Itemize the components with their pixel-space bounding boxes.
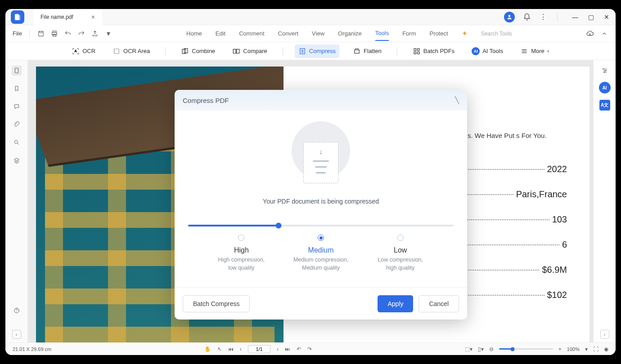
svg-rect-11	[234, 49, 236, 53]
redo-icon[interactable]	[77, 30, 86, 38]
maximize-icon[interactable]: ▢	[588, 13, 594, 21]
ai-tools-button[interactable]: AI AI Tools	[468, 44, 507, 58]
menu-protect[interactable]: Protect	[430, 27, 448, 40]
zoom-level: 100%	[567, 346, 580, 352]
svg-rect-6	[53, 34, 56, 36]
first-page-icon[interactable]: ⏮	[228, 346, 234, 352]
radio-medium[interactable]	[318, 235, 324, 241]
file-menu[interactable]: File	[13, 30, 22, 37]
menu-edit[interactable]: Edit	[216, 27, 225, 40]
fullscreen-icon[interactable]: ⛶	[593, 346, 598, 352]
zoom-out-icon[interactable]: ⊖	[489, 346, 494, 352]
option-low-desc: Low compression, high quality	[360, 256, 440, 272]
collapse-ribbon-icon[interactable]	[600, 30, 608, 38]
undo-icon[interactable]	[64, 30, 72, 38]
combine-button[interactable]: Combine	[177, 44, 219, 58]
lightbulb-icon: ✦	[462, 29, 468, 38]
batch-pdfs-button[interactable]: Batch PDFs	[409, 44, 458, 58]
menu-convert[interactable]: Convert	[278, 27, 299, 40]
tab-title: File name.pdf	[40, 14, 73, 20]
menu-form[interactable]: Form	[402, 27, 416, 40]
app-logo[interactable]	[11, 10, 24, 24]
compress-button[interactable]: Compress	[295, 44, 339, 58]
ocr-button[interactable]: A OCR	[68, 44, 99, 58]
fit-page-icon[interactable]: ▯▾	[478, 346, 484, 352]
compare-button[interactable]: Compare	[229, 44, 270, 58]
bell-icon[interactable]	[523, 13, 531, 21]
user-avatar[interactable]	[504, 12, 515, 22]
document-tab[interactable]: File name.pdf ×	[33, 9, 102, 25]
thumbnails-icon[interactable]	[12, 66, 22, 75]
menu-home[interactable]: Home	[186, 27, 202, 40]
sidebar-collapse-icon[interactable]: ‹	[12, 330, 21, 339]
save-icon[interactable]	[37, 30, 45, 38]
page-input[interactable]	[248, 345, 270, 353]
svg-point-20	[14, 140, 18, 143]
radio-low[interactable]	[397, 235, 404, 241]
ocr-icon: A	[72, 47, 80, 55]
bookmarks-icon[interactable]	[12, 84, 22, 93]
layers-icon[interactable]	[12, 155, 22, 165]
ai-panel-icon[interactable]: AI	[599, 82, 611, 93]
cloud-icon[interactable]	[586, 30, 594, 38]
menu-comment[interactable]: Comment	[239, 27, 264, 40]
next-page-icon[interactable]: ›	[277, 346, 279, 352]
search-tools-input[interactable]: Search Tools	[481, 31, 512, 37]
option-medium[interactable]: Medium Medium compression, Medium qualit…	[281, 235, 361, 272]
batch-compress-button[interactable]: Batch Compress	[183, 295, 250, 312]
rotate-left-icon[interactable]: ↶	[297, 346, 301, 352]
zoom-slider[interactable]	[499, 348, 553, 350]
option-low[interactable]: Low Low compression, high quality	[360, 235, 440, 272]
radio-high[interactable]	[238, 235, 244, 241]
ocr-area-button[interactable]: OCR Area	[109, 44, 153, 58]
dialog-close-icon[interactable]: ╲	[455, 96, 459, 104]
close-icon[interactable]: ✕	[604, 13, 609, 21]
tab-close-icon[interactable]: ×	[91, 13, 95, 21]
ai-icon: AI	[472, 47, 480, 55]
read-mode-icon[interactable]: ◉	[604, 346, 608, 352]
option-medium-desc: Medium compression, Medium quality	[281, 256, 361, 272]
option-high[interactable]: High High compression, low quality	[202, 235, 281, 272]
left-sidebar: ‹	[5, 60, 28, 342]
svg-text:A: A	[75, 49, 77, 53]
search-icon[interactable]	[12, 138, 22, 147]
more-vertical-icon[interactable]: ⋮	[539, 13, 547, 21]
combine-icon	[181, 47, 189, 55]
slider-thumb[interactable]	[275, 223, 281, 229]
rotate-right-icon[interactable]: ↷	[307, 346, 312, 352]
flatten-button[interactable]: Flatten	[349, 44, 385, 58]
compression-slider[interactable]	[188, 225, 454, 226]
menu-view[interactable]: View	[312, 27, 324, 40]
more-button[interactable]: More ▾	[517, 44, 553, 58]
menu-organize[interactable]: Organize	[338, 27, 362, 40]
last-page-icon[interactable]: ⏭	[285, 346, 290, 352]
hand-tool-icon[interactable]: ✋	[204, 346, 211, 352]
zoom-dropdown-icon[interactable]: ▾	[585, 346, 588, 352]
batch-icon	[413, 47, 421, 55]
translate-icon[interactable]: A文	[599, 100, 610, 111]
print-icon[interactable]	[50, 30, 58, 38]
cancel-button[interactable]: Cancel	[418, 295, 459, 312]
select-tool-icon[interactable]: ↖	[217, 346, 222, 352]
right-sidebar-collapse-icon[interactable]: ›	[600, 330, 609, 339]
apply-button[interactable]: Apply	[378, 295, 413, 312]
help-icon[interactable]	[12, 306, 22, 315]
compress-illustration: ↓	[289, 121, 352, 184]
option-high-desc: High compression, low quality	[202, 256, 281, 272]
dialog-header: Compress PDF ╲	[175, 90, 467, 111]
minimize-icon[interactable]: —	[572, 13, 578, 21]
zoom-in-icon[interactable]: +	[558, 346, 562, 352]
share-icon[interactable]	[91, 30, 99, 38]
page-dimensions: 21.01 X 29.69 cm	[13, 346, 51, 352]
settings-icon[interactable]	[600, 66, 610, 75]
menu-tools[interactable]: Tools	[375, 26, 389, 41]
comments-icon[interactable]	[12, 102, 22, 111]
compress-icon	[298, 47, 306, 55]
attachments-icon[interactable]	[12, 120, 22, 129]
stat-value: 103	[552, 211, 567, 228]
stat-value: $6.9M	[542, 261, 567, 278]
fit-width-icon[interactable]: ⬚▾	[465, 346, 472, 352]
dropdown-icon[interactable]: ▾	[104, 30, 112, 38]
prev-page-icon[interactable]: ‹	[240, 346, 242, 352]
ocr-area-icon	[112, 47, 121, 55]
